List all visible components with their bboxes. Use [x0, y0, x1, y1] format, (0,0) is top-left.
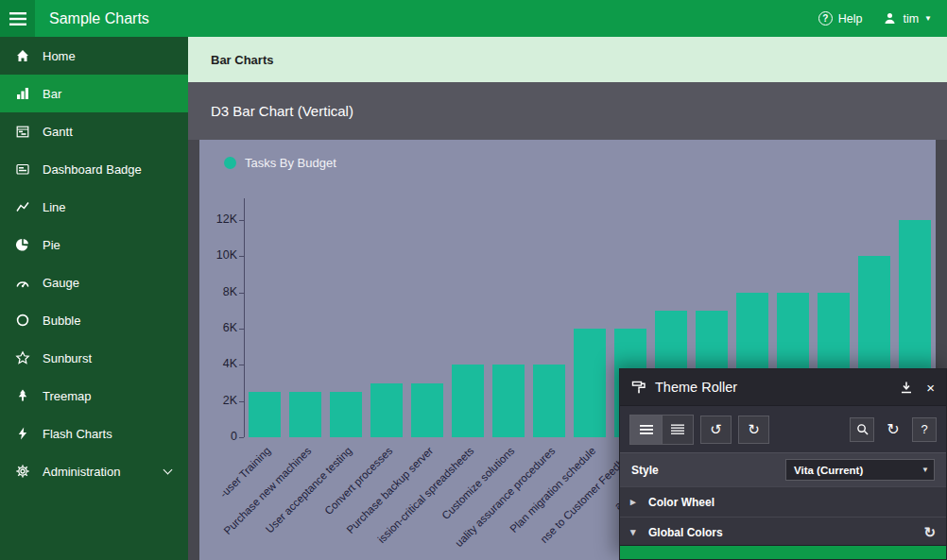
- y-tick-mark: [239, 329, 244, 330]
- theme-roller-header: Theme Roller ×: [620, 369, 946, 405]
- paint-roller-icon: [631, 380, 646, 395]
- sidebar-item-label: Line: [43, 200, 66, 214]
- theme-roller-toolbar: ↺ ↻ ↻ ?: [620, 405, 946, 452]
- sidebar-item-label: Gantt: [43, 125, 73, 139]
- theme-help-button[interactable]: ?: [912, 417, 937, 442]
- section-label: Global Colors: [648, 526, 723, 539]
- sidebar-item-label: Sunburst: [43, 351, 92, 365]
- chevron-down-icon: [164, 466, 173, 475]
- breadcrumb-bar: Bar Charts: [188, 37, 947, 82]
- bar: [533, 365, 565, 437]
- y-tick-label: 4K: [205, 357, 237, 370]
- hamburger-icon: [9, 12, 26, 25]
- y-tick-mark: [239, 256, 244, 257]
- y-tick-mark: [239, 220, 244, 221]
- chart-legend: Tasks By Budget: [224, 156, 336, 170]
- legend-marker-icon: [224, 157, 236, 169]
- redo-button[interactable]: ↻: [738, 416, 769, 444]
- sidebar-item-label: Home: [43, 49, 76, 63]
- bar: [411, 383, 443, 437]
- app-title: Sample Charts: [49, 0, 149, 37]
- user-menu-button[interactable]: tim ▼: [883, 11, 932, 25]
- menu-button[interactable]: [0, 0, 35, 37]
- flash-icon: [14, 426, 31, 441]
- bar: [370, 383, 403, 437]
- refresh-colors-button[interactable]: ↻: [923, 524, 936, 541]
- style-row: Style Vita (Current) ▼: [620, 452, 946, 486]
- undo-button[interactable]: ↺: [700, 416, 732, 444]
- sidebar-item-label: Treemap: [43, 389, 92, 403]
- theme-preview-strip: [620, 545, 946, 559]
- bar-chart-icon: [14, 86, 31, 101]
- badge-icon: [14, 161, 31, 177]
- list-dense-icon: [671, 424, 684, 435]
- search-button[interactable]: [850, 417, 874, 442]
- sidebar-item-line[interactable]: Line: [0, 188, 188, 226]
- refresh-icon: ↻: [887, 420, 899, 438]
- sidebar-item-dashboard-badge[interactable]: Dashboard Badge: [0, 150, 188, 188]
- home-icon: [14, 48, 31, 63]
- download-theme-button[interactable]: [900, 381, 913, 394]
- detailed-view-button[interactable]: [662, 416, 693, 444]
- style-label: Style: [631, 464, 659, 477]
- help-label: Help: [838, 12, 863, 25]
- y-tick-label: 0: [205, 430, 237, 443]
- y-tick-label: 8K: [205, 285, 237, 298]
- chart-panel-title: D3 Bar Chart (Vertical): [211, 103, 353, 119]
- y-tick-mark: [239, 365, 244, 365]
- y-tick-label: 12K: [205, 212, 237, 226]
- y-tick-label: 10K: [205, 248, 237, 262]
- bar: [492, 365, 525, 437]
- line-chart-icon: [14, 199, 31, 214]
- y-tick-mark: [239, 401, 244, 402]
- style-select-value: Vita (Current): [786, 465, 917, 476]
- sidebar-item-gauge[interactable]: Gauge: [0, 263, 188, 301]
- sidebar-item-sunburst[interactable]: Sunburst: [0, 339, 188, 377]
- close-button[interactable]: ×: [926, 380, 935, 396]
- topbar: Sample Charts ? Help tim ▼: [0, 0, 947, 37]
- pie-chart-icon: [14, 237, 31, 252]
- sidebar-item-flash-charts[interactable]: Flash Charts: [0, 415, 188, 452]
- sidebar-item-label: Administration: [43, 465, 120, 479]
- refresh-button[interactable]: ↻: [881, 417, 905, 442]
- bar: [249, 392, 281, 437]
- download-icon: [900, 381, 913, 394]
- sidebar-item-label: Bubble: [43, 314, 80, 328]
- sidebar-item-bar[interactable]: Bar: [0, 75, 188, 112]
- compact-view-button[interactable]: [630, 416, 662, 444]
- list-icon: [640, 424, 653, 435]
- bar: [289, 392, 321, 437]
- y-tick-mark: [239, 293, 244, 294]
- gantt-icon: [14, 124, 31, 139]
- gear-icon: [14, 464, 31, 479]
- section-global-colors[interactable]: ▾ Global Colors ↻: [620, 517, 946, 547]
- legend-label: Tasks By Budget: [245, 156, 336, 170]
- sidebar-item-bubble[interactable]: Bubble: [0, 301, 188, 339]
- bubble-icon: [14, 313, 31, 328]
- gauge-icon: [14, 275, 31, 290]
- sidebar-item-pie[interactable]: Pie: [0, 226, 188, 263]
- y-tick-label: 6K: [205, 321, 237, 334]
- user-icon: [883, 11, 897, 25]
- redo-icon: ↻: [748, 421, 760, 438]
- sidebar-item-administration[interactable]: Administration: [0, 452, 188, 490]
- sidebar-item-label: Bar: [43, 87, 61, 101]
- caret-down-icon: ▼: [924, 14, 932, 23]
- search-icon: [856, 423, 869, 435]
- caret-down-icon: ▼: [917, 466, 934, 474]
- bar: [574, 329, 606, 437]
- section-color-wheel[interactable]: ▸ Color Wheel: [620, 486, 946, 517]
- style-select[interactable]: Vita (Current) ▼: [785, 459, 935, 481]
- bar: [452, 365, 484, 437]
- sidebar-item-treemap[interactable]: Treemap: [0, 377, 188, 415]
- sidebar-item-gantt[interactable]: Gantt: [0, 112, 188, 150]
- sidebar-item-home[interactable]: Home: [0, 37, 188, 75]
- help-button[interactable]: ? Help: [818, 11, 863, 25]
- theme-roller-title: Theme Roller: [655, 380, 737, 395]
- chevron-right-icon: ▸: [630, 496, 640, 508]
- user-name: tim: [903, 12, 919, 25]
- treemap-icon: [14, 388, 31, 403]
- sidebar-item-label: Dashboard Badge: [43, 162, 142, 177]
- bar: [330, 392, 362, 437]
- undo-icon: ↺: [710, 421, 722, 438]
